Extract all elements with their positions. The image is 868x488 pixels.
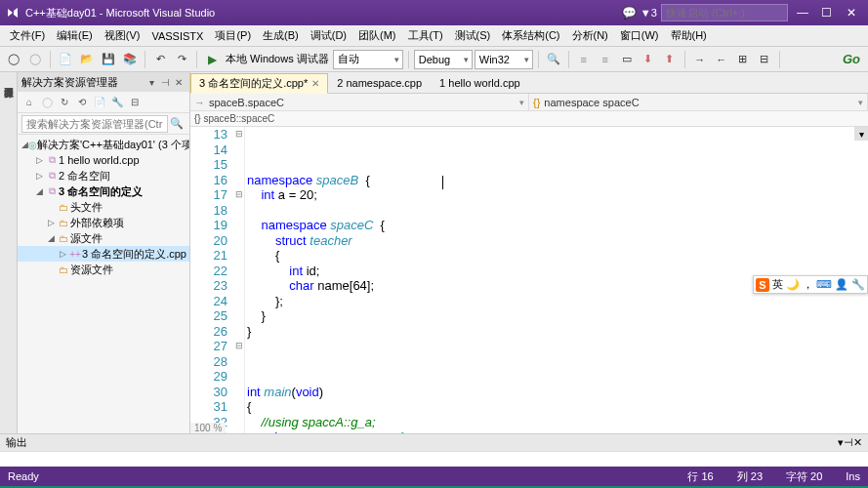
resource-folder[interactable]: 🗀资源文件 (18, 262, 189, 277)
status-bar: Ready 行 16 列 23 字符 20 Ins (0, 467, 868, 486)
outdent-button[interactable]: ← (712, 50, 731, 69)
output-close-button[interactable]: ✕ (853, 436, 862, 449)
solution-search-input[interactable] (21, 115, 168, 133)
menu-D[interactable]: 调试(D) (305, 26, 352, 45)
step-over-button[interactable]: ⬆ (660, 50, 680, 69)
feedback-icon[interactable]: 💬 (622, 6, 637, 20)
panel-close-button[interactable]: ✕ (172, 77, 186, 88)
config-combo[interactable]: Debug (414, 50, 473, 69)
menu-P[interactable]: 项目(P) (209, 26, 257, 45)
fold-column[interactable]: ⊟⊟⊟ (233, 127, 245, 433)
back-icon[interactable]: ◯ (39, 95, 55, 110)
title-bar: C++基础day01 - Microsoft Visual Studio 💬 ▼… (0, 0, 868, 25)
nav-back-button[interactable]: ◯ (4, 50, 23, 69)
status-col: 列 23 (737, 469, 763, 484)
menu-S[interactable]: 测试(S) (449, 26, 497, 45)
external-deps-folder[interactable]: ▷🗀外部依赖项 (18, 215, 189, 230)
main-toolbar: ◯ ◯ 📄 📂 💾 📚 ↶ ↷ ▶ 本地 Windows 调试器 自动 Debu… (0, 47, 868, 72)
save-button[interactable]: 💾 (99, 50, 118, 69)
run-label[interactable]: 本地 Windows 调试器 (224, 52, 331, 66)
menu-bar: 文件(F)编辑(E)视图(V)VASSISTX项目(P)生成(B)调试(D)团队… (0, 25, 868, 47)
misc-button-2[interactable]: ⊟ (755, 50, 774, 69)
search-icon[interactable]: 🔍 (168, 117, 186, 130)
menu-E[interactable]: 编辑(E) (51, 26, 99, 45)
panel-pin-button[interactable]: ⊣ (158, 77, 172, 88)
find-button[interactable]: 🔍 (544, 50, 563, 69)
minimize-button[interactable]: — (792, 6, 813, 20)
close-button[interactable]: ✕ (841, 6, 862, 20)
menu-VASSISTX[interactable]: VASSISTX (145, 28, 209, 44)
ime-comma-icon[interactable]: ， (803, 277, 813, 292)
split-button[interactable]: ▾ (854, 127, 868, 141)
start-debug-button[interactable]: ▶ (202, 50, 222, 69)
menu-F[interactable]: 文件(F) (4, 26, 51, 45)
source-folder[interactable]: ◢🗀源文件 (18, 230, 189, 246)
misc-button-1[interactable]: ⊞ (733, 50, 753, 69)
save-all-button[interactable]: 📚 (120, 50, 140, 69)
ime-keyboard-icon[interactable]: ⌨ (816, 278, 832, 291)
undo-button[interactable]: ↶ (150, 50, 170, 69)
ime-gear-icon[interactable]: 🔧 (851, 278, 865, 291)
output-pin-button[interactable]: ⊣ (844, 436, 853, 449)
menu-H[interactable]: 帮助(H) (665, 26, 713, 45)
doc-tab-2[interactable]: 1 hello world.cpp (431, 72, 529, 93)
panel-dropdown-button[interactable]: ▾ (145, 77, 158, 88)
menu-N[interactable]: 分析(N) (566, 26, 614, 45)
ime-toolbar[interactable]: S 英 🌙 ， ⌨ 👤 🔧 (753, 275, 868, 294)
status-ready: Ready (8, 470, 39, 482)
headers-folder[interactable]: 🗀头文件 (18, 199, 189, 215)
comment-button[interactable]: ≡ (574, 50, 594, 69)
document-tabs: 3 命名空间的定义.cpp*✕2 namespace.cpp1 hello wo… (190, 72, 868, 94)
status-line: 行 16 (687, 469, 713, 484)
vs-icon (6, 6, 20, 20)
project-3[interactable]: ◢⧉3 命名空间的定义 (18, 183, 189, 199)
collapse-icon[interactable]: ⊟ (127, 95, 143, 110)
nav-fwd-button[interactable]: ◯ (25, 50, 45, 69)
redo-button[interactable]: ↷ (172, 50, 191, 69)
output-body[interactable] (0, 451, 868, 467)
project-1[interactable]: ▷⧉1 hello world.cpp (18, 152, 189, 168)
notification-icon[interactable]: ▼3 (641, 7, 657, 19)
window-title: C++基础day01 - Microsoft Visual Studio (25, 6, 215, 20)
uncomment-button[interactable]: ≡ (596, 50, 615, 69)
show-all-icon[interactable]: 📄 (92, 95, 107, 110)
solution-config-combo[interactable]: 自动 (333, 50, 403, 69)
tab-close-icon[interactable]: ✕ (311, 78, 319, 89)
menu-W[interactable]: 窗口(W) (614, 26, 665, 45)
step-button[interactable]: ⬇ (639, 50, 658, 69)
solution-tree: ◢◎解决方案'C++基础day01' (3 个项目) ▷⧉1 hello wor… (18, 135, 189, 433)
sync-icon[interactable]: ⟲ (74, 95, 90, 110)
home-icon[interactable]: ⌂ (21, 95, 37, 110)
nav-scope-combo[interactable]: →spaceB.spaceC (190, 94, 529, 110)
project-2[interactable]: ▷⧉2 命名空间 (18, 168, 189, 183)
ime-lang[interactable]: 英 (772, 277, 783, 292)
maximize-button[interactable]: ☐ (816, 6, 838, 20)
editor-pane: 3 命名空间的定义.cpp*✕2 namespace.cpp1 hello wo… (190, 72, 868, 433)
new-project-button[interactable]: 📄 (56, 50, 75, 69)
solution-explorer: 解决方案资源管理器 ▾ ⊣ ✕ ⌂ ◯ ↻ ⟲ 📄 🔧 ⊟ 🔍 ◢◎解决方案'C… (18, 72, 190, 433)
properties-icon[interactable]: 🔧 (109, 95, 125, 110)
sogou-icon[interactable]: S (756, 278, 769, 292)
server-explorer-tab[interactable]: 服务器资源管理器 (0, 76, 17, 433)
menu-C[interactable]: 体系结构(C) (496, 26, 565, 45)
bookmark-button[interactable]: ▭ (617, 50, 637, 69)
text-cursor (442, 176, 443, 189)
indent-button[interactable]: → (690, 50, 710, 69)
source-file-active[interactable]: ▷++3 命名空间的定义.cpp (18, 246, 189, 262)
menu-V[interactable]: 视图(V) (99, 26, 146, 45)
open-button[interactable]: 📂 (77, 50, 97, 69)
breadcrumb-bar[interactable]: {} spaceB::spaceC (190, 111, 868, 127)
refresh-icon[interactable]: ↻ (57, 95, 72, 110)
doc-tab-1[interactable]: 2 namespace.cpp (328, 72, 431, 93)
quick-launch-input[interactable] (661, 4, 788, 21)
platform-combo[interactable]: Win32 (475, 50, 533, 69)
menu-B[interactable]: 生成(B) (257, 26, 305, 45)
nav-member-combo[interactable]: {}namespace spaceC (529, 94, 868, 110)
menu-T[interactable]: 工具(T) (402, 26, 449, 45)
menu-M[interactable]: 团队(M) (352, 26, 402, 45)
solution-root[interactable]: ◢◎解决方案'C++基础day01' (3 个项目) (18, 137, 189, 152)
zoom-indicator[interactable]: 100 % (190, 423, 226, 433)
doc-tab-0[interactable]: 3 命名空间的定义.cpp*✕ (190, 73, 328, 94)
ime-moon-icon[interactable]: 🌙 (786, 278, 800, 291)
ime-person-icon[interactable]: 👤 (835, 278, 848, 291)
